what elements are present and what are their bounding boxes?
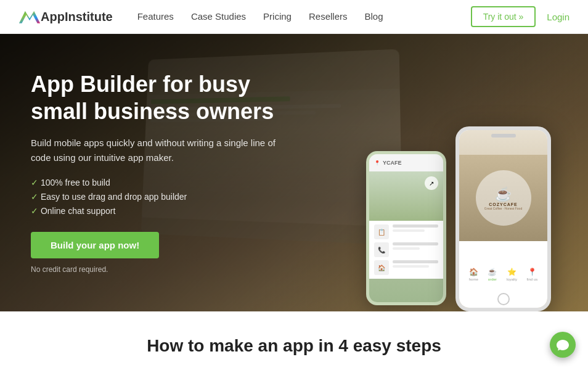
how-to-section: How to make an app in 4 easy steps xyxy=(0,311,588,370)
logo-icon xyxy=(18,8,41,25)
nav-right: Try it out » Login xyxy=(471,6,570,27)
login-link[interactable]: Login xyxy=(547,12,570,22)
chat-icon xyxy=(556,339,570,351)
hero-content: App Builder for busy small business owne… xyxy=(0,71,321,274)
phone-back-header: 📍 YCAFE xyxy=(369,154,443,171)
hero-bullet-3: Online chat support xyxy=(31,206,290,216)
phone-mockup-back: 📍 YCAFE ↗ 📋 📞 xyxy=(366,151,446,305)
nav-menu: Features Case Studies Pricing Resellers … xyxy=(137,11,471,22)
nav-item-pricing[interactable]: Pricing xyxy=(263,11,292,22)
chat-bubble-button[interactable] xyxy=(550,332,576,358)
no-credit-text: No credit card required. xyxy=(31,265,108,274)
build-app-button[interactable]: Build your app now! xyxy=(31,232,159,258)
hero-bullets: 100% free to build Easy to use drag and … xyxy=(31,178,290,216)
how-to-title: How to make an app in 4 easy steps xyxy=(18,336,570,356)
nav-item-resellers[interactable]: Resellers xyxy=(309,11,348,22)
hero-subtitle: Build mobile apps quickly and without wr… xyxy=(31,136,290,165)
try-it-out-button[interactable]: Try it out » xyxy=(471,6,536,27)
hero-title: App Builder for busy small business owne… xyxy=(31,71,290,124)
logo[interactable]: AppInstitute xyxy=(18,8,113,25)
logo-text: AppInstitute xyxy=(41,10,113,24)
phone-home-button xyxy=(497,293,510,305)
phone-mockups: 📍 YCAFE ↗ 📋 📞 xyxy=(366,126,551,311)
nav-item-features[interactable]: Features xyxy=(137,11,174,22)
phone-notch xyxy=(491,134,516,138)
nav-item-blog[interactable]: Blog xyxy=(364,11,383,22)
hero-bullet-2: Easy to use drag and drop app builder xyxy=(31,192,290,202)
navbar: AppInstitute Features Case Studies Prici… xyxy=(0,0,588,34)
hero-section: App Builder for busy small business owne… xyxy=(0,34,588,311)
nav-item-case-studies[interactable]: Case Studies xyxy=(191,11,246,22)
phone-mockup-front: ☕ COZYCAFE Great Coffee · Honest Food 🏠 … xyxy=(455,126,551,311)
hero-bullet-1: 100% free to build xyxy=(31,178,290,187)
